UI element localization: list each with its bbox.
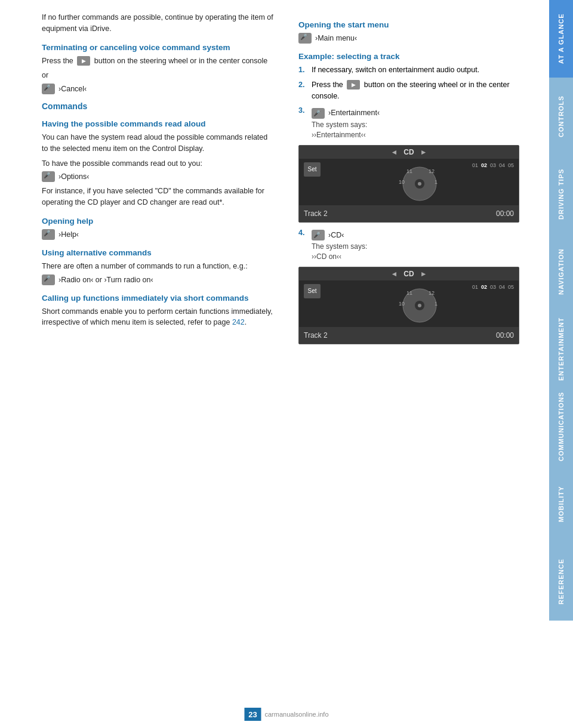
steering-wheel-icon: ▶	[77, 56, 90, 66]
help-command-text: ›Help‹	[58, 230, 79, 239]
cd-screen-1: ◄ CD ► Set 11 12 10 1	[298, 145, 519, 223]
svg-text:12: 12	[429, 290, 435, 296]
screen1-set-button: Set	[304, 162, 321, 177]
calling-up-title: Calling up functions immediately via sho…	[42, 294, 275, 303]
radio-command-line: ›Radio on‹ or ›Turn radio on‹	[42, 274, 275, 285]
intro-text: If no further commands are possible, con…	[42, 12, 275, 35]
entertainment-command-line: ›Entertainment‹	[312, 107, 380, 119]
commands-title: Commands	[42, 101, 275, 111]
sidebar-item-reference[interactable]: Reference	[549, 543, 573, 621]
opening-help-section: Opening help ›Help‹	[42, 217, 275, 240]
alternative-body: There are often a number of commands to …	[42, 261, 275, 272]
svg-text:11: 11	[406, 168, 412, 174]
calling-up-body: Short commands enable you to perform cer…	[42, 306, 275, 329]
having-body3: For instance, if you have selected "CD" …	[42, 186, 275, 208]
track-numbers-1: 01 02 03 04 05	[472, 162, 514, 168]
step-1: 1. If necessary, switch on entertainment…	[298, 64, 531, 76]
page-number: 23	[244, 708, 261, 721]
screen2-track-label: Track 2	[304, 331, 328, 340]
example-title: Example: selecting a track	[298, 52, 531, 61]
terminating-title: Terminating or canceling voice command s…	[42, 43, 275, 52]
voice-icon-main-menu	[298, 33, 312, 44]
sidebar-item-driving-tips[interactable]: Driving tips	[549, 155, 573, 233]
voice-icon-cd	[312, 230, 325, 240]
page-site: carmanualsonline.info	[264, 711, 328, 718]
left-column: If no further commands are possible, con…	[42, 12, 281, 716]
step-4: 4. ›CD‹ The system says: ››CD on‹‹	[298, 227, 531, 262]
sidebar-item-navigation[interactable]: Navigation	[549, 233, 573, 310]
svg-text:1: 1	[435, 301, 438, 307]
svg-point-9	[418, 304, 421, 307]
screen1-disc-area: 11 12 10 1 01 02 03 04 05	[325, 161, 514, 203]
opening-menu-section: Opening the start menu ›Main menu‹	[298, 20, 531, 44]
options-command-text: ›Options‹	[58, 172, 89, 181]
screen1-body: Set 11 12 10 1 01 02	[299, 159, 519, 205]
main-menu-command-line: ›Main menu‹	[298, 33, 531, 44]
voice-icon-radio	[42, 274, 55, 285]
sidebar-item-controls[interactable]: Controls	[549, 78, 573, 155]
main-menu-command-text: ›Main menu‹	[315, 34, 357, 42]
terminating-body: Press the ▶ button on the steering wheel…	[42, 55, 275, 67]
having-section: Having the possible commands read aloud …	[42, 119, 275, 208]
screen1-cd-label: CD	[403, 148, 414, 156]
screen2-bottom-bar: Track 2 00:00	[299, 327, 519, 344]
screen2-set-button: Set	[304, 284, 321, 298]
disc-svg-1: 11 12 10 1	[396, 161, 443, 203]
step4-response: ››CD on‹‹	[312, 252, 367, 262]
cancel-command-line: ›Cancel‹	[42, 84, 275, 94]
svg-text:11: 11	[406, 290, 412, 296]
svg-text:12: 12	[429, 168, 435, 174]
entertainment-cmd: ›Entertainment‹	[328, 107, 380, 119]
screen1-track-label: Track 2	[304, 209, 328, 218]
screen1-bottom-bar: Track 2 00:00	[299, 205, 519, 222]
screen1-left-arrow: ◄	[390, 148, 398, 156]
disc-svg-2: 11 12 10 1	[396, 283, 443, 325]
step-3: 3. ›Entertainment‹ The system says: ››En…	[298, 105, 531, 140]
screen2-disc-area: 11 12 10 1 01 02 03 04 05	[325, 283, 514, 325]
screen2-cd-label: CD	[403, 270, 414, 278]
screen1-footer: Entertainment	[299, 222, 519, 223]
sidebar: At a glance Controls Driving tips Naviga…	[549, 0, 573, 728]
sidebar-item-at-a-glance[interactable]: At a glance	[549, 0, 573, 78]
right-column: Opening the start menu ›Main menu‹ Examp…	[292, 12, 531, 716]
cd-command-line: ›CD‹	[312, 230, 367, 241]
screen2-footer: CD	[299, 344, 519, 344]
voice-icon-cancel	[42, 84, 55, 94]
svg-point-2	[418, 182, 421, 186]
screen2-body: Set 11 12 10 1 01 02	[299, 280, 519, 327]
voice-icon-help	[42, 229, 55, 240]
opening-help-title: Opening help	[42, 217, 275, 226]
svg-text:10: 10	[399, 179, 405, 185]
cd-cmd: ›CD‹	[328, 230, 344, 241]
help-command-line: ›Help‹	[42, 229, 275, 240]
terminating-section: Terminating or canceling voice command s…	[42, 43, 275, 95]
having-title: Having the possible commands read aloud	[42, 119, 275, 128]
svg-text:1: 1	[435, 179, 438, 185]
voice-icon-options	[42, 171, 55, 182]
radio-command-text: ›Radio on‹ or ›Turn radio on‹	[58, 276, 153, 284]
commands-section: Commands	[42, 101, 275, 111]
step3-response: ››Entertainment‹‹	[312, 130, 380, 140]
calling-up-section: Calling up functions immediately via sho…	[42, 294, 275, 329]
screen2-right-arrow: ►	[420, 270, 427, 278]
alternative-section: Using alternative commands There are oft…	[42, 248, 275, 285]
screen2-top-bar: ◄ CD ►	[299, 267, 519, 280]
track-numbers-2: 01 02 03 04 05	[472, 284, 514, 290]
cd-screen-2: ◄ CD ► Set 11 12 10 1	[298, 267, 519, 344]
having-body: You can have the system read aloud the p…	[42, 132, 275, 155]
calling-up-link[interactable]: 242	[232, 318, 245, 326]
having-body2: To have the possible commands read out t…	[42, 158, 275, 169]
screen1-time-label: 00:00	[496, 209, 514, 218]
screen2-time-label: 00:00	[496, 331, 514, 340]
sidebar-item-communications[interactable]: Communications	[549, 388, 573, 465]
screen1-top-bar: ◄ CD ►	[299, 146, 519, 159]
sidebar-item-entertainment[interactable]: Entertainment	[549, 310, 573, 388]
opening-menu-title: Opening the start menu	[298, 20, 531, 29]
steering-wheel-icon-2: ▶	[347, 80, 360, 90]
step3-says: The system says:	[312, 120, 380, 130]
cancel-command-text: ›Cancel‹	[58, 85, 87, 93]
voice-icon-entertainment	[312, 108, 325, 119]
sidebar-item-mobility[interactable]: Mobility	[549, 465, 573, 543]
screen1-right-arrow: ►	[420, 148, 427, 156]
alternative-title: Using alternative commands	[42, 248, 275, 257]
